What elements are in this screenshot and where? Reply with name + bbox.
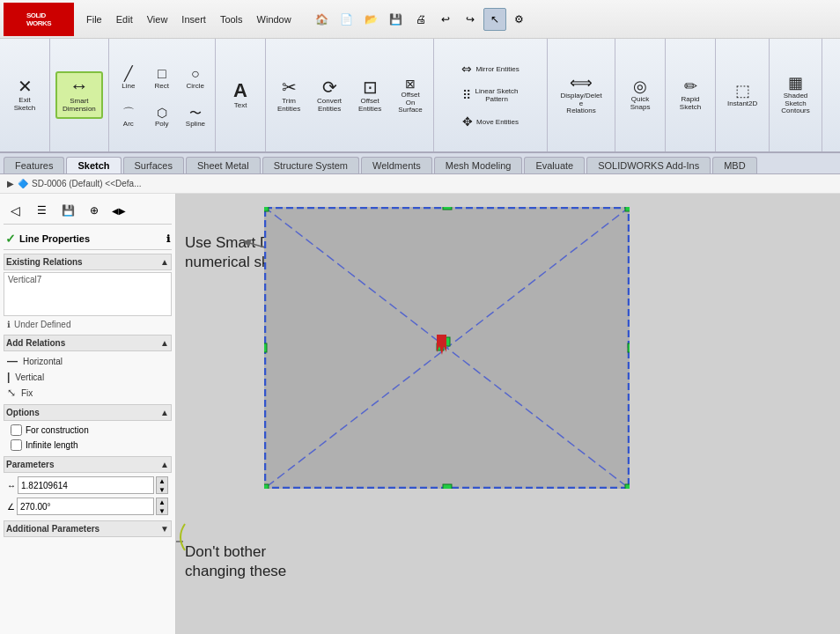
- home-btn[interactable]: 🏠: [311, 8, 334, 31]
- horizontal-relation[interactable]: — Horizontal: [4, 353, 172, 369]
- mid-left: [264, 343, 267, 352]
- panel-back-btn[interactable]: ◁: [4, 199, 26, 222]
- offset-surface-btn[interactable]: ⊠ OffsetOnSurface: [391, 73, 430, 119]
- exit-sketch-label: ExitSketch: [14, 97, 35, 113]
- mirror-btn[interactable]: ⇔ Mirror Entities: [438, 56, 543, 83]
- instant2d-icon: ⬚: [735, 83, 750, 99]
- panel-list-btn[interactable]: ☰: [30, 199, 53, 222]
- convert-label: ConvertEntities: [317, 98, 342, 114]
- display-delete-btn[interactable]: ⟺ Display/DeleteRelations: [553, 70, 609, 120]
- instant2d-btn[interactable]: ⬚ Instant2D: [721, 72, 763, 118]
- undo-btn[interactable]: ↩: [434, 8, 457, 31]
- infinite-length-label[interactable]: Infinite length: [26, 440, 78, 450]
- line-btn[interactable]: ╱ Line: [113, 57, 144, 100]
- ribbon-text-section: A Text: [216, 39, 266, 151]
- corner-tr: [625, 207, 630, 211]
- for-construction-label[interactable]: For construction: [26, 425, 89, 435]
- offset-btn[interactable]: ⊡ OffsetEntities: [350, 73, 389, 119]
- panel-nav-btns[interactable]: ◀▶: [109, 205, 129, 217]
- menu-window[interactable]: Window: [254, 12, 295, 26]
- options-collapse[interactable]: ▲: [160, 408, 169, 417]
- rapid-sketch-btn[interactable]: ✏ RapidSketch: [671, 72, 710, 118]
- parameters-collapse[interactable]: ▲: [160, 460, 169, 469]
- mid-top: [443, 207, 452, 210]
- existing-relations-label: Existing Relations: [6, 257, 83, 267]
- vertical-label: Vertical: [15, 372, 44, 382]
- fix-relation[interactable]: ⤡ Fix: [4, 385, 172, 401]
- infinite-length-checkbox[interactable]: [11, 439, 22, 451]
- tab-mbd[interactable]: MBD: [712, 157, 756, 173]
- options-btn[interactable]: ⚙: [508, 8, 531, 31]
- smart-dimension-btn[interactable]: ↔ SmartDimension: [55, 71, 103, 119]
- options-label: Options: [6, 408, 40, 417]
- existing-relations-collapse[interactable]: ▲: [160, 257, 169, 267]
- parameters-header[interactable]: Parameters ▲: [4, 456, 172, 473]
- mid-bottom: [443, 484, 452, 489]
- length-spinner[interactable]: ▲ ▼: [156, 476, 168, 494]
- save-btn[interactable]: 💾: [385, 8, 408, 31]
- angle-row: ∠ ▲ ▼: [4, 496, 172, 517]
- menu-insert[interactable]: Insert: [178, 12, 210, 26]
- panel-save-btn[interactable]: 💾: [56, 199, 79, 222]
- tab-sketch[interactable]: Sketch: [66, 157, 121, 173]
- ribbon-pattern-group: ⇔ Mirror Entities ⠿ Linear Sketch Patter…: [434, 39, 548, 153]
- angle-input[interactable]: [17, 498, 154, 515]
- tab-weldments[interactable]: Weldments: [361, 157, 432, 173]
- angle-icon: ∠: [7, 502, 15, 512]
- status-label: Under Defined: [14, 320, 70, 329]
- accept-checkmark[interactable]: ✓: [5, 232, 16, 246]
- panel-target-btn[interactable]: ⊕: [83, 199, 106, 222]
- arc-btn[interactable]: ⌒ Arc: [113, 100, 144, 135]
- arrow-icon: ▶: [7, 179, 14, 188]
- add-relations-collapse[interactable]: ▲: [160, 338, 169, 348]
- mirror-label: Mirror Entities: [475, 66, 519, 74]
- panel-info-icon[interactable]: ℹ: [166, 233, 170, 245]
- new-btn[interactable]: 📄: [335, 8, 358, 31]
- open-btn[interactable]: 📂: [360, 8, 383, 31]
- angle-spinner[interactable]: ▲ ▼: [156, 498, 168, 515]
- tab-sheet-metal[interactable]: Sheet Metal: [186, 157, 261, 173]
- vertical-relation[interactable]: | Vertical: [4, 369, 172, 385]
- menu-tools[interactable]: Tools: [217, 12, 247, 26]
- menu-view[interactable]: View: [144, 12, 172, 26]
- convert-btn[interactable]: ⟳ ConvertEntities: [310, 73, 349, 119]
- tab-structure-system[interactable]: Structure System: [262, 157, 359, 173]
- rapid-sketch-label: RapidSketch: [680, 96, 701, 112]
- tab-surfaces[interactable]: Surfaces: [123, 157, 184, 173]
- polygon-btn[interactable]: ⬡ Poly: [146, 100, 178, 135]
- additional-params-expand[interactable]: ▼: [160, 524, 169, 534]
- tab-evaluate[interactable]: Evaluate: [524, 157, 585, 173]
- circle-btn[interactable]: ○ Circle: [180, 57, 211, 100]
- tab-addins[interactable]: SOLIDWORKS Add-Ins: [586, 157, 711, 173]
- length-input[interactable]: [18, 476, 154, 494]
- move-btn[interactable]: ✥ Move Entities: [438, 109, 543, 136]
- linear-pattern-btn[interactable]: ⠿ Linear Sketch Pattern: [438, 83, 543, 109]
- additional-params-header[interactable]: Additional Parameters ▼: [4, 520, 172, 537]
- spline-btn[interactable]: 〜 Spline: [180, 100, 211, 135]
- breadcrumb-text: SD-0006 (Default) <<Defa...: [32, 179, 142, 188]
- rectangle-btn[interactable]: □ Rect: [146, 57, 178, 100]
- menu-edit[interactable]: Edit: [113, 12, 136, 26]
- options-header[interactable]: Options ▲: [4, 404, 172, 421]
- smart-dimension-label: SmartDimension: [63, 98, 96, 114]
- circle-icon: ○: [191, 67, 200, 81]
- quick-snaps-icon: ◎: [633, 78, 647, 94]
- redo-btn[interactable]: ↪: [459, 8, 482, 31]
- offset-label: OffsetEntities: [358, 98, 381, 114]
- select-btn[interactable]: ↖: [483, 8, 506, 31]
- for-construction-checkbox[interactable]: [11, 424, 22, 436]
- text-btn[interactable]: A Text: [221, 72, 260, 118]
- trim-icon: ✂: [282, 78, 297, 96]
- exit-sketch-btn[interactable]: ✕ ExitSketch: [5, 72, 44, 118]
- breadcrumb-icon: 🔷: [18, 179, 28, 188]
- tab-features[interactable]: Features: [4, 157, 64, 173]
- existing-relations-header[interactable]: Existing Relations ▲: [4, 254, 172, 270]
- shaded-contours-btn[interactable]: ▦ ShadedSketchContours: [775, 70, 815, 120]
- tab-mesh-modeling[interactable]: Mesh Modeling: [434, 157, 523, 173]
- menu-file[interactable]: File: [83, 12, 106, 26]
- trim-btn[interactable]: ✂ TrimEntities: [269, 73, 308, 119]
- quick-snaps-btn[interactable]: ◎ QuickSnaps: [621, 72, 659, 118]
- print-btn[interactable]: 🖨: [409, 8, 432, 31]
- add-relations-header[interactable]: Add Relations ▲: [4, 335, 172, 351]
- top-toolbar: SOLIDWORKS File Edit View Insert Tools W…: [0, 0, 840, 39]
